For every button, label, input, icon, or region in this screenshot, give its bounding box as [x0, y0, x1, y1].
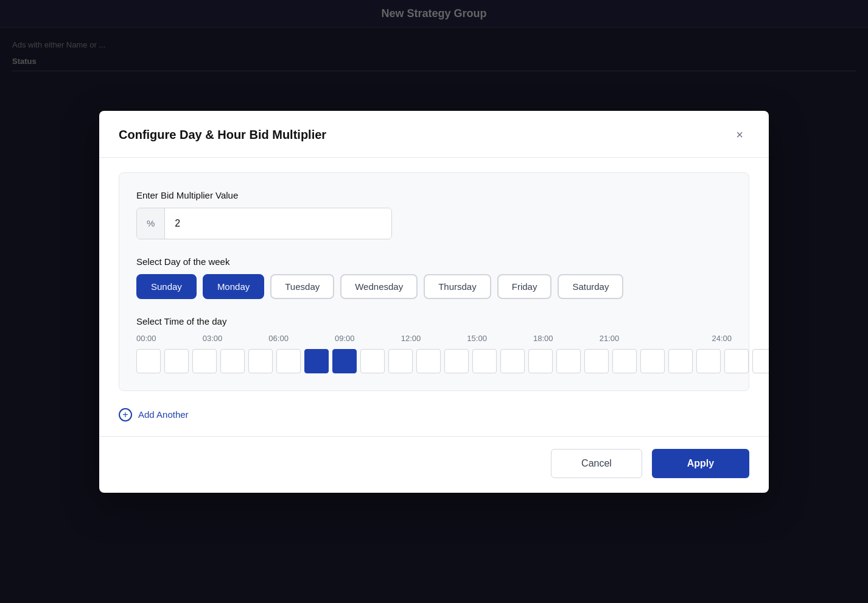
bid-section: Enter Bid Multiplier Value %: [136, 190, 732, 239]
add-another-button[interactable]: + Add Another: [119, 408, 189, 421]
config-card: Enter Bid Multiplier Value % Select Day …: [119, 172, 749, 391]
day-btn-monday[interactable]: Monday: [203, 274, 264, 299]
time-slot-3[interactable]: [220, 349, 245, 373]
bid-input-group: %: [136, 208, 392, 239]
time-labels-row: 00:0003:0006:0009:0012:0015:0018:0021:00…: [136, 334, 732, 343]
modal-footer: Cancel Apply: [99, 436, 769, 493]
bid-label: Enter Bid Multiplier Value: [136, 190, 732, 200]
modal-body: Enter Bid Multiplier Value % Select Day …: [99, 158, 769, 436]
time-slot-14[interactable]: [528, 349, 553, 373]
day-btn-sunday[interactable]: Sunday: [136, 274, 197, 299]
time-slot-15[interactable]: [556, 349, 581, 373]
time-slot-22[interactable]: [752, 349, 769, 373]
time-label-2400: 24:00: [665, 334, 732, 343]
time-slot-21[interactable]: [724, 349, 749, 373]
modal-overlay: Configure Day & Hour Bid Multiplier × En…: [0, 0, 868, 603]
time-slot-9[interactable]: [388, 349, 413, 373]
time-slot-4[interactable]: [248, 349, 273, 373]
time-slot-2[interactable]: [192, 349, 217, 373]
time-slot-12[interactable]: [472, 349, 497, 373]
time-label-2100: 21:00: [600, 334, 666, 343]
time-checkboxes-row: [136, 349, 732, 373]
time-slot-18[interactable]: [640, 349, 665, 373]
add-another-label: Add Another: [138, 409, 189, 420]
time-slot-10[interactable]: [416, 349, 441, 373]
time-slot-1[interactable]: [164, 349, 189, 373]
bid-prefix: %: [137, 208, 165, 239]
time-slot-11[interactable]: [444, 349, 469, 373]
time-label-1200: 12:00: [401, 334, 467, 343]
time-slot-13[interactable]: [500, 349, 525, 373]
time-slot-5[interactable]: [276, 349, 301, 373]
time-label-0900: 09:00: [335, 334, 401, 343]
time-slot-19[interactable]: [668, 349, 693, 373]
time-label: Select Time of the day: [136, 316, 732, 326]
time-slot-7[interactable]: [332, 349, 357, 373]
time-slot-20[interactable]: [696, 349, 721, 373]
time-slot-17[interactable]: [612, 349, 637, 373]
day-btn-tuesday[interactable]: Tuesday: [270, 274, 334, 299]
close-button[interactable]: ×: [730, 125, 749, 145]
time-section: Select Time of the day 00:0003:0006:0009…: [136, 316, 732, 373]
time-label-0600: 06:00: [268, 334, 335, 343]
time-slot-16[interactable]: [584, 349, 609, 373]
day-buttons: SundayMondayTuesdayWednesdayThursdayFrid…: [136, 274, 732, 299]
day-btn-saturday[interactable]: Saturday: [558, 274, 623, 299]
day-btn-thursday[interactable]: Thursday: [424, 274, 491, 299]
modal-header: Configure Day & Hour Bid Multiplier ×: [99, 111, 769, 158]
time-label-0300: 03:00: [203, 334, 269, 343]
day-btn-friday[interactable]: Friday: [497, 274, 552, 299]
cancel-button[interactable]: Cancel: [551, 449, 642, 478]
time-slot-8[interactable]: [360, 349, 385, 373]
modal-title: Configure Day & Hour Bid Multiplier: [119, 128, 326, 142]
time-slot-0[interactable]: [136, 349, 161, 373]
bid-value-input[interactable]: [165, 208, 391, 239]
day-section: Select Day of the week SundayMondayTuesd…: [136, 256, 732, 299]
day-label: Select Day of the week: [136, 256, 732, 267]
time-label-0000: 00:00: [136, 334, 203, 343]
time-slot-6[interactable]: [304, 349, 329, 373]
time-label-1500: 15:00: [467, 334, 533, 343]
add-another-icon: +: [119, 408, 132, 421]
modal: Configure Day & Hour Bid Multiplier × En…: [99, 111, 769, 493]
close-icon: ×: [736, 128, 743, 142]
day-btn-wednesday[interactable]: Wednesday: [340, 274, 418, 299]
apply-button[interactable]: Apply: [652, 449, 749, 478]
time-label-1800: 18:00: [533, 334, 600, 343]
